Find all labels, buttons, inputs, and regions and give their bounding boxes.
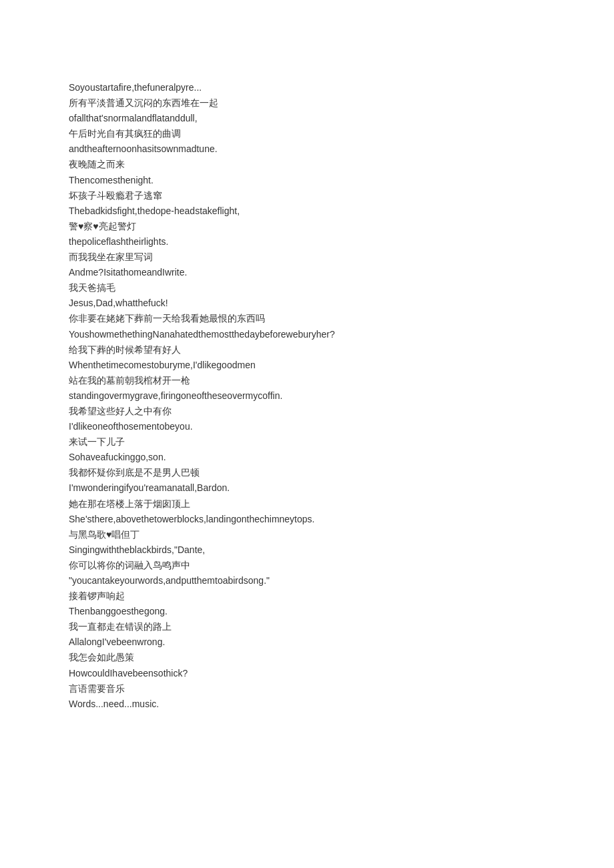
text-line-28: She'sthere,abovethetowerblocks,landingon… bbox=[69, 512, 545, 527]
text-line-33: 接着锣声响起 bbox=[69, 588, 545, 604]
main-content: Soyoustartafire,thefuneralpyre...所有平淡普通又… bbox=[69, 80, 545, 712]
text-line-27: 她在那在塔楼上落于烟囱顶上 bbox=[69, 496, 545, 512]
text-line-8: Thebadkidsfight,thedope-headstakeflight, bbox=[69, 203, 545, 219]
text-line-19: 站在我的墓前朝我棺材开一枪 bbox=[69, 373, 545, 388]
text-line-12: Andme?IsitathomeandIwrite. bbox=[69, 265, 545, 280]
text-line-36: AllalongI'vebeenwrong. bbox=[69, 634, 545, 650]
text-line-38: HowcouldIhavebeensothick? bbox=[69, 666, 545, 681]
text-line-37: 我怎会如此愚策 bbox=[69, 650, 545, 665]
text-line-3: 午后时光自有其疯狂的曲调 bbox=[69, 126, 545, 141]
text-line-9: 警♥察♥亮起警灯 bbox=[69, 219, 545, 234]
text-line-22: I'dlikeoneofthosementobeyou. bbox=[69, 419, 545, 434]
text-line-32: "youcantakeyourwords,andputthemtoabirdso… bbox=[69, 573, 545, 588]
text-line-23: 来试一下儿子 bbox=[69, 434, 545, 450]
text-line-31: 你可以将你的词融入鸟鸣声中 bbox=[69, 558, 545, 573]
text-line-14: Jesus,Dad,whatthefuck! bbox=[69, 296, 545, 311]
text-line-6: Thencomesthenight. bbox=[69, 173, 545, 188]
text-line-1: 所有平淡普通又沉闷的东西堆在一起 bbox=[69, 95, 545, 111]
text-line-24: Sohaveafuckinggo,son. bbox=[69, 450, 545, 465]
text-line-7: 坏孩子斗殴瘾君子逃窜 bbox=[69, 188, 545, 203]
text-line-39: 言语需要音乐 bbox=[69, 681, 545, 697]
text-line-0: Soyoustartafire,thefuneralpyre... bbox=[69, 80, 545, 95]
text-line-30: Singingwiththeblackbirds,"Dante, bbox=[69, 542, 545, 558]
text-line-15: 你非要在姥姥下葬前一天给我看她最恨的东西吗 bbox=[69, 311, 545, 326]
text-line-10: thepoliceflashtheirlights. bbox=[69, 234, 545, 250]
text-line-26: I'mwonderingifyou'reamanatall,Bardon. bbox=[69, 480, 545, 496]
text-line-18: Whenthetimecomestoburyme,I'dlikegoodmen bbox=[69, 358, 545, 373]
text-line-35: 我一直都走在错误的路上 bbox=[69, 619, 545, 634]
text-line-5: 夜晚随之而来 bbox=[69, 157, 545, 172]
text-line-17: 给我下葬的时候希望有好人 bbox=[69, 342, 545, 358]
text-line-21: 我希望这些好人之中有你 bbox=[69, 404, 545, 419]
text-line-20: standingovermygrave,firingoneoftheseover… bbox=[69, 388, 545, 404]
text-line-16: YoushowmethethingNanahatedthemostthedayb… bbox=[69, 327, 545, 342]
text-line-11: 而我我坐在家里写词 bbox=[69, 250, 545, 265]
text-line-29: 与黑鸟歌♥唱但丁 bbox=[69, 527, 545, 542]
text-line-25: 我都怀疑你到底是不是男人巴顿 bbox=[69, 465, 545, 480]
text-line-2: ofallthat'snormalandflatanddull, bbox=[69, 111, 545, 126]
text-line-40: Words...need...music. bbox=[69, 697, 545, 712]
text-line-34: Thenbanggoesthegong. bbox=[69, 604, 545, 619]
text-line-4: andtheafternoonhasitsownmadtune. bbox=[69, 141, 545, 157]
text-line-13: 我天爸搞毛 bbox=[69, 280, 545, 296]
